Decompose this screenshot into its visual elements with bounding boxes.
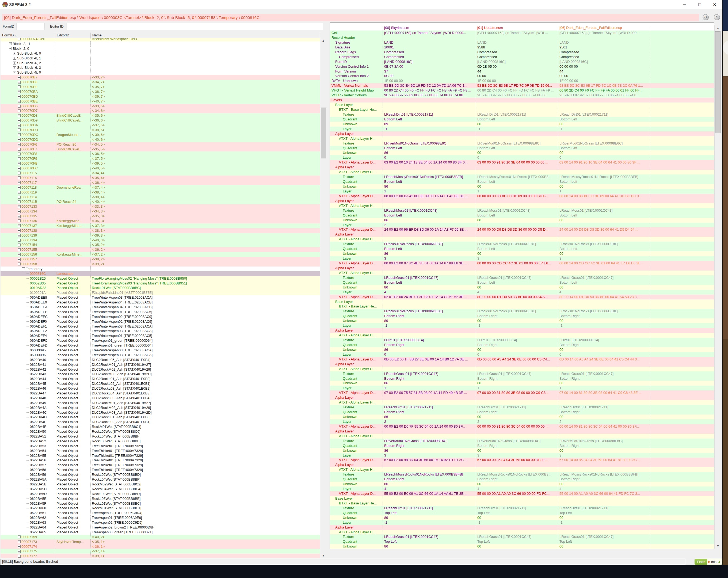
tree-row[interactable]: 0622BA43Placed ObjectDLC2RockM03_Ash [ST… [1,372,320,377]
tree-row[interactable]: +000070DCDragonMound...<-39, 6> [1,132,320,137]
tree-row[interactable]: 0622BA5APlaced ObjectRockL04Wet [STAT:00… [1,477,320,482]
record-row[interactable]: QuadrantBottom RightBottom RightBottom R… [330,313,714,319]
record-row[interactable]: Alpha Layer [330,165,714,170]
tree-row[interactable]: +000070FC<-40, 5> [1,166,320,171]
tree-row[interactable]: +000070D7<-34, 6> [1,108,320,113]
tree-col-name[interactable]: Name [91,33,320,38]
expand-icon[interactable]: + [18,545,21,548]
record-row[interactable]: ATXT - Alpha Layer H... [330,367,714,371]
tree-row[interactable]: +00007117<-36, 4> [1,180,320,185]
record-row[interactable]: Unknown890000 [330,122,714,127]
record-row[interactable]: Base Layer [330,299,714,304]
tree-row[interactable]: +000070DA<-37, 6> [1,123,320,128]
tree-row[interactable]: +00007135<-35, 3> [1,214,320,219]
tree-row[interactable]: 0622BA49Placed ObjectDLC2RockM01_Ash [ST… [1,401,320,405]
close-button[interactable]: ✕ [707,0,722,9]
record-row[interactable]: ATXT - Alpha Layer H... [330,530,714,535]
record-row[interactable]: VNML - Vertex Normals53 EB 5D 3C E4 6C 1… [330,83,714,88]
tree-row[interactable]: 0622BA51Placed ObjectRockL04Wet [STAT:00… [1,434,320,439]
tree-col-formid[interactable]: FormID ▲ [1,33,55,38]
expand-icon[interactable]: + [18,200,21,203]
record-row[interactable]: QuadrantBottom RightBottom RightBottom R… [330,477,714,482]
record-row[interactable]: Layer-1-1-1 [330,323,714,328]
tree-row[interactable]: +00007177<-39, 1> [1,554,320,558]
expand-icon[interactable]: + [18,234,21,237]
record-row[interactable]: Alpha Layer [330,328,714,333]
tree-row[interactable]: +000070B8<-34, 7> [1,80,320,84]
expand-icon[interactable]: + [13,52,16,55]
tree-row[interactable]: +000070B7<-33, 7> [1,75,320,80]
tree-row[interactable]: +00007174<-36, 1> [1,544,320,549]
expand-icon[interactable]: + [18,95,21,98]
tree-row[interactable]: 0622BA53Placed ObjectTreeThicket01 [TREE… [1,444,320,449]
tree-row[interactable]: +000070D9BlindCliffCaveE...<-36, 6> [1,118,320,123]
tree-row[interactable]: +000070D6<-33, 6> [1,104,320,109]
tree-row[interactable]: +00007115<-34, 4> [1,171,320,176]
scroll-down-icon[interactable]: ▼ [320,553,327,558]
record-row[interactable]: Layer333 [330,256,714,261]
expand-icon[interactable]: + [18,81,21,84]
record-row[interactable]: Unknown860000 [330,184,714,189]
expand-icon[interactable]: + [13,61,16,65]
expand-icon[interactable]: + [18,153,21,155]
expand-icon[interactable]: + [18,124,21,127]
expand-icon[interactable]: + [18,239,21,242]
collapse-icon[interactable]: − [18,262,21,266]
tree-row[interactable]: 0622BA46Placed ObjectDLC2RockL03_Ash [ST… [1,386,320,391]
record-row[interactable]: Layer000 [330,155,714,160]
record-row[interactable]: Unknown890000 [330,516,714,520]
expand-icon[interactable]: + [18,258,21,261]
collapse-icon[interactable]: − [9,47,12,50]
tree-row[interactable]: +00007133<-33, 3> [1,204,320,209]
record-row[interactable]: BTXT - Base Layer He... [330,501,714,506]
tree-row[interactable]: +000070FB<-39, 5> [1,161,320,166]
tree-row[interactable]: 060ADEF4Placed ObjectTreeWinterAspen01 [… [1,333,320,338]
record-row[interactable]: ATXT - Alpha Layer H... [330,434,714,438]
expand-icon[interactable]: + [18,253,21,256]
expand-icon[interactable]: + [18,157,21,160]
record-row[interactable]: ATXT - Alpha Layer H... [330,400,714,405]
record-row[interactable]: BTXT - Base Layer He... [330,107,714,112]
record-row[interactable]: TextureLRocks01NoRocks [LTEX:0006DE8E]LR… [330,242,714,247]
expand-icon[interactable]: + [18,100,21,103]
tree-row[interactable]: −Temporary [1,267,320,271]
tree-row[interactable]: +0000711A<-39, 4> [1,195,320,200]
record-row[interactable]: QuadrantBottom LeftBottom LeftBottom Lef… [330,179,714,184]
record-row[interactable]: VTXT - Alpha Layer D...24 00 E2 00 96 EF… [330,227,714,232]
tree-row[interactable]: +00007138<-38, 3> [1,228,320,233]
record-row[interactable]: Layer111 [330,385,714,391]
tree-row[interactable]: 0622BA45Placed ObjectDLC2RockL02_Ash [ST… [1,381,320,386]
record-row[interactable]: FormID[LAND:0000816C][LAND:0000816C][LAN… [330,59,714,64]
tree-row[interactable]: +000070F9<-37, 5> [1,156,320,161]
tree-row[interactable]: +000070DD<-40, 6> [1,137,320,142]
record-row[interactable]: Version Control Info 20C 0000 0000 00 [330,74,714,78]
tree-row[interactable]: 0622BA5FPlaced ObjectRockL01Wet [STAT:00… [1,501,320,506]
tree-row[interactable]: +Block -2, -1 [1,42,320,46]
tree-row[interactable]: +00007119<-38, 4> [1,190,320,195]
tree-row[interactable]: +00007136KolskeggrMine...<-36, 3> [1,219,320,223]
flattr-button[interactable]: Flattr this! [695,559,722,565]
expand-icon[interactable]: + [18,535,21,538]
tree-row[interactable]: 0000816CLandscape [1,271,320,276]
tree-row[interactable]: 060ADEE8Placed ObjectTreeWinterAspen03 [… [1,295,320,300]
expand-icon[interactable]: + [13,57,16,60]
tree-row[interactable]: 060ADEFDPlaced ObjectTreeAspen01_green [… [1,343,320,348]
record-col-skyrim[interactable]: [00] Skyrim.esm [383,26,476,30]
record-row[interactable]: QuadrantBottom LeftBottom LeftBottom Lef… [330,117,714,122]
expand-icon[interactable]: + [13,66,16,69]
record-row[interactable]: VTXT - Alpha Layer D...55 00 E2 00 E0 09… [330,491,714,496]
tree-row[interactable]: +0000711BPOIReach24<-40, 4> [1,199,320,204]
record-row[interactable]: Layer111 [330,189,714,194]
record-row[interactable]: Version Control Info 10E 67 3A 000D 2B 0… [330,64,714,69]
tree-row[interactable]: +Sub-Block -6, 3 [1,65,320,70]
expand-icon[interactable]: + [18,138,21,141]
tree-row[interactable]: 0100291APlaced ObjectFXrapidsFallsLine01… [1,290,320,295]
record-row[interactable]: Layer-1-1-1 [330,520,714,525]
tree-row[interactable]: −Block -2, 0 [1,46,320,51]
tree-row[interactable]: 0622BA5DPlaced ObjectRockL02Wet [STAT:00… [1,492,320,496]
record-row[interactable]: Alpha Layer [330,232,714,237]
expand-icon[interactable]: + [18,172,21,174]
tree-row[interactable]: +00007134<-34, 3> [1,209,320,214]
tree-row[interactable]: 0622BA56Placed ObjectTreeThicket01 [TREE… [1,458,320,463]
record-row[interactable]: Cell[CELL:00007158] (in Tamriel "Skyrim"… [330,30,714,35]
